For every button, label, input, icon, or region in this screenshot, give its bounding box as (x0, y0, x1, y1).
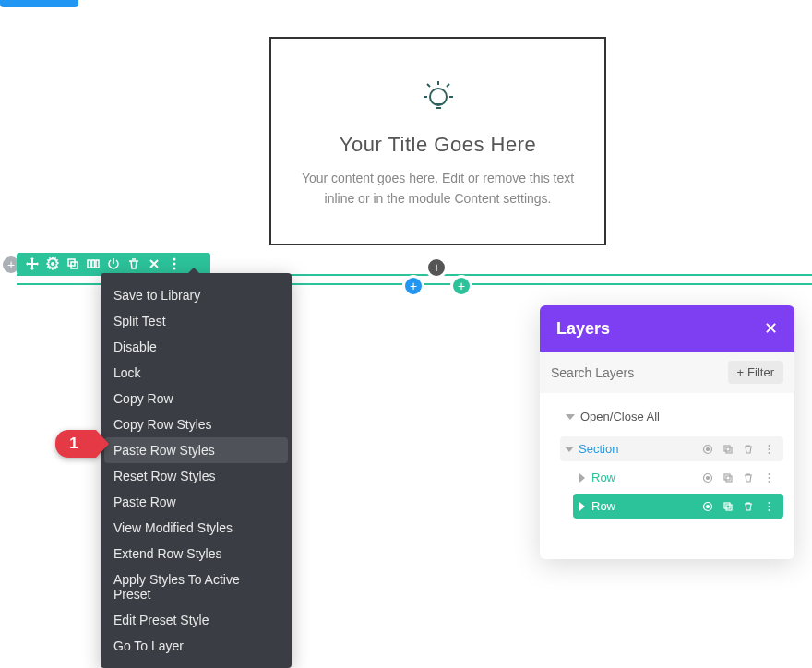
gear-icon[interactable] (700, 444, 715, 455)
menu-split-test[interactable]: Split Test (101, 308, 292, 334)
layer-item-row-1[interactable]: Row (573, 465, 783, 490)
duplicate-icon[interactable] (721, 444, 735, 455)
svg-point-22 (768, 477, 770, 479)
menu-disable[interactable]: Disable (101, 334, 292, 360)
move-icon[interactable] (22, 254, 42, 274)
menu-lock[interactable]: Lock (101, 360, 292, 386)
chevron-down-icon (566, 414, 575, 420)
layers-filter-button[interactable]: +Filter (728, 361, 783, 384)
layers-close-icon[interactable]: ✕ (764, 318, 778, 339)
duplicate-icon[interactable] (721, 472, 735, 483)
layers-search-input[interactable] (551, 365, 721, 380)
svg-point-29 (768, 506, 770, 507)
layers-panel: Layers ✕ +Filter Open/Close All Section … (540, 305, 794, 559)
chevron-right-icon (579, 502, 585, 511)
row-label: Row (591, 499, 700, 513)
power-icon[interactable] (103, 254, 124, 274)
trash-icon[interactable] (741, 444, 756, 455)
menu-paste-row-styles[interactable]: Paste Row Styles (104, 437, 288, 463)
svg-point-11 (707, 447, 710, 450)
module-text: Your content goes here. Edit or remove t… (290, 168, 586, 209)
more-icon[interactable] (761, 501, 776, 512)
svg-point-0 (430, 89, 447, 105)
menu-go-to-layer[interactable]: Go To Layer (101, 633, 292, 659)
svg-point-28 (768, 502, 770, 504)
chevron-right-icon (579, 473, 585, 483)
svg-point-1 (51, 262, 54, 266)
svg-rect-6 (96, 260, 99, 268)
svg-rect-27 (726, 505, 732, 510)
trash-icon[interactable] (741, 472, 756, 483)
layers-body: Open/Close All Section Row Row (540, 393, 794, 559)
layers-search-bar: +Filter (540, 352, 794, 393)
more-icon[interactable] (761, 444, 776, 455)
svg-point-8 (173, 263, 176, 266)
row-label: Row (591, 471, 700, 484)
layers-header: Layers ✕ (540, 305, 794, 352)
chevron-down-icon (565, 447, 574, 452)
svg-point-23 (768, 481, 770, 483)
close-icon[interactable] (144, 254, 164, 274)
add-button-blue[interactable]: + (402, 275, 424, 297)
svg-rect-19 (724, 474, 730, 480)
layer-item-row-2-active[interactable]: Row (573, 494, 783, 519)
duplicate-icon[interactable] (721, 501, 735, 512)
gear-icon[interactable] (700, 501, 715, 512)
menu-copy-row-styles[interactable]: Copy Row Styles (101, 412, 292, 437)
layer-item-section[interactable]: Section (560, 436, 783, 461)
module-title: Your Title Goes Here (340, 133, 536, 157)
svg-rect-5 (92, 260, 95, 268)
add-button-green[interactable]: + (450, 275, 472, 297)
section-label: Section (579, 442, 700, 456)
gear-icon[interactable] (42, 254, 63, 274)
svg-rect-13 (726, 447, 732, 453)
svg-point-30 (768, 509, 770, 511)
columns-icon[interactable] (83, 254, 103, 274)
svg-point-21 (768, 473, 770, 475)
menu-reset-row-styles[interactable]: Reset Row Styles (101, 463, 292, 489)
svg-point-18 (707, 476, 710, 479)
more-icon[interactable] (761, 472, 776, 483)
svg-rect-4 (88, 260, 90, 268)
svg-point-7 (173, 258, 176, 261)
duplicate-icon[interactable] (63, 254, 83, 274)
svg-point-16 (768, 452, 770, 454)
menu-apply-preset[interactable]: Apply Styles To Active Preset (101, 567, 292, 607)
filter-label: Filter (747, 365, 774, 379)
svg-rect-26 (724, 503, 730, 508)
menu-save-library[interactable]: Save to Library (101, 282, 292, 308)
menu-copy-row[interactable]: Copy Row (101, 386, 292, 412)
gear-icon[interactable] (700, 472, 715, 483)
add-button-dark[interactable]: + (425, 256, 448, 279)
trash-icon[interactable] (741, 501, 756, 512)
menu-view-modified[interactable]: View Modified Styles (101, 515, 292, 541)
context-menu: Save to Library Split Test Disable Lock … (101, 273, 292, 668)
layers-open-close-all[interactable]: Open/Close All (551, 404, 783, 436)
menu-extend-row-styles[interactable]: Extend Row Styles (101, 541, 292, 567)
svg-point-15 (768, 448, 770, 450)
svg-rect-20 (726, 476, 732, 482)
row-toolbar (17, 253, 210, 275)
content-module[interactable]: Your Title Goes Here Your content goes h… (269, 37, 606, 245)
svg-point-14 (768, 445, 770, 447)
trash-icon[interactable] (124, 254, 144, 274)
lightbulb-icon (417, 74, 460, 116)
marker-number: 1 (69, 435, 78, 453)
svg-rect-12 (724, 446, 730, 451)
layers-title: Layers (556, 319, 610, 339)
top-blue-tab (0, 0, 78, 7)
menu-edit-preset[interactable]: Edit Preset Style (101, 607, 292, 633)
menu-paste-row[interactable]: Paste Row (101, 489, 292, 515)
open-close-label: Open/Close All (580, 410, 660, 423)
annotation-marker-1: 1 (55, 430, 96, 458)
more-icon[interactable] (164, 254, 185, 274)
svg-point-25 (707, 505, 710, 507)
svg-point-9 (173, 268, 176, 270)
